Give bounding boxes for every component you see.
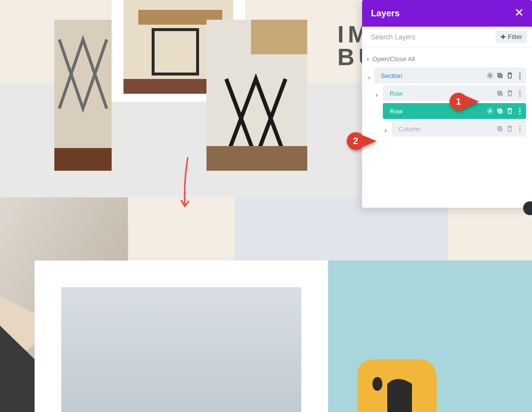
photo-6: [61, 287, 301, 412]
search-input[interactable]: [371, 33, 495, 41]
svg-rect-1: [54, 148, 112, 171]
tree-label-row-1: Row: [387, 90, 496, 97]
more-icon[interactable]: [516, 108, 523, 114]
gear-icon[interactable]: [487, 72, 493, 79]
duplicate-icon[interactable]: [496, 125, 503, 132]
svg-point-18: [489, 110, 491, 112]
photo-3: [206, 20, 307, 171]
tree-caret-section[interactable]: [367, 73, 371, 81]
layers-panel-title: Layers: [371, 8, 400, 19]
filter-button[interactable]: Filter: [495, 31, 527, 43]
svg-rect-8: [206, 146, 307, 171]
tree-node-section[interactable]: Section: [374, 68, 526, 83]
more-icon[interactable]: [516, 90, 523, 97]
more-icon[interactable]: [516, 125, 523, 132]
more-icon[interactable]: [516, 72, 523, 79]
open-close-all-label: Open/Close All: [372, 55, 415, 63]
trash-icon[interactable]: [506, 125, 513, 132]
callout-2-text: 2: [353, 136, 358, 146]
trash-icon[interactable]: [506, 108, 513, 114]
svg-rect-7: [251, 20, 307, 54]
photo-1: [54, 20, 112, 171]
callout-1: 1: [450, 93, 479, 111]
close-button[interactable]: [515, 8, 523, 18]
filter-label: Filter: [508, 33, 522, 40]
tree-node-column[interactable]: Column: [392, 121, 526, 137]
trash-icon[interactable]: [506, 90, 513, 97]
caret-right-icon: [367, 57, 369, 61]
gear-icon[interactable]: [487, 108, 493, 114]
tree-label-section: Section: [378, 72, 487, 79]
photo-5b: [328, 261, 532, 412]
layers-toolbar: Filter: [362, 27, 532, 47]
open-close-all[interactable]: Open/Close All: [366, 53, 526, 68]
layers-panel: Layers Filter Open/Close All Section: [362, 0, 532, 208]
svg-point-12: [372, 377, 382, 391]
tree-caret-row-1[interactable]: [376, 90, 378, 99]
photo-6-frame: [35, 261, 328, 412]
close-icon: [515, 8, 523, 16]
duplicate-icon[interactable]: [496, 72, 503, 79]
trash-icon[interactable]: [506, 72, 513, 79]
callout-1-text: 1: [456, 97, 461, 107]
tree-label-column: Column: [396, 125, 496, 133]
callout-2: 2: [347, 132, 376, 150]
layers-tree: Open/Close All Section Row: [362, 47, 532, 208]
duplicate-icon[interactable]: [496, 108, 503, 114]
tree-caret-column[interactable]: [385, 126, 387, 135]
svg-point-13: [489, 75, 491, 76]
plus-icon: [500, 34, 506, 39]
annotation-arrow: [179, 157, 194, 216]
duplicate-icon[interactable]: [496, 90, 503, 97]
layers-panel-header: Layers: [362, 0, 532, 27]
tree-caret-row-2[interactable]: [376, 108, 380, 117]
